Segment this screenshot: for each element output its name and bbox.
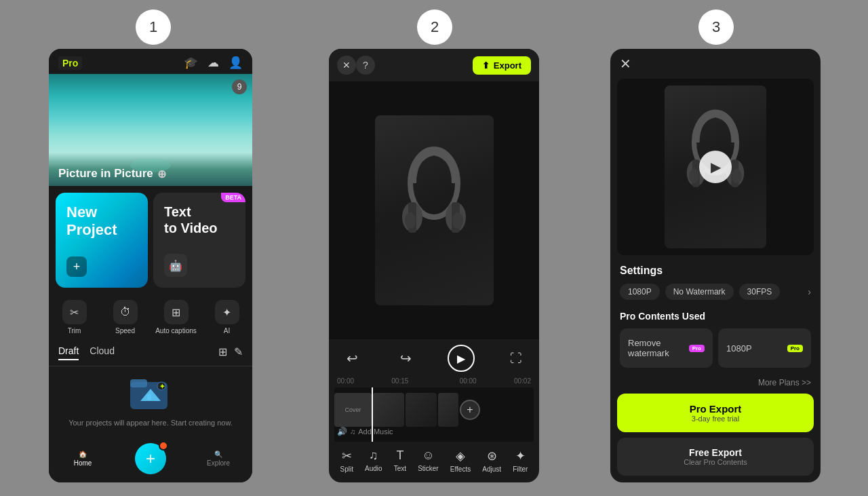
- fps-chip[interactable]: 30FPS: [739, 284, 781, 300]
- volume-track: 🔊 ♫ Add Music: [334, 425, 534, 438]
- phone2-close-button[interactable]: ✕: [337, 56, 356, 75]
- text-to-video-card[interactable]: BETA Textto Video 🤖: [153, 193, 245, 288]
- more-plans-link[interactable]: More Plans >>: [758, 378, 811, 387]
- remove-watermark-item[interactable]: Remove watermark Pro: [620, 328, 713, 368]
- tool-audio[interactable]: ♫ Audio: [365, 449, 382, 473]
- tool-ai[interactable]: ✦ AI: [201, 294, 252, 340]
- tool-filter[interactable]: ✦ Filter: [513, 449, 528, 473]
- timeline-track: Cover +: [334, 393, 534, 427]
- adjust-label: Adjust: [482, 465, 501, 473]
- text-to-video-title: Textto Video: [164, 204, 235, 236]
- draft-cloud-tabs: Draft Cloud ⊞ ✎: [49, 340, 252, 366]
- tool-text[interactable]: T Text: [394, 449, 406, 473]
- phone1-wrapper: Pro 🎓 ☁ 👤 Picture in Picture ⊕ 9 NewProj…: [49, 49, 252, 482]
- tool-sticker[interactable]: ☺ Sticker: [418, 449, 439, 473]
- phone2-bottom-tools: ✂ Split ♫ Audio T Text ☺ Sticker ◈ Effec…: [329, 442, 539, 482]
- pro-export-button[interactable]: Pro Export 3-day free trial: [617, 394, 814, 432]
- clip-cover[interactable]: Cover: [334, 393, 372, 427]
- sticker-label: Sticker: [418, 465, 439, 472]
- nav-center: +: [117, 443, 184, 474]
- free-export-button[interactable]: Free Export Clear Pro Contents: [617, 438, 814, 476]
- phone1-header: Pro 🎓 ☁ 👤: [49, 49, 252, 74]
- tab-draft[interactable]: Draft: [58, 345, 79, 360]
- ai-tool-icon: ✦: [215, 300, 239, 324]
- filter-icon: ✦: [515, 449, 526, 463]
- home-label: Home: [74, 459, 92, 467]
- edit-icon[interactable]: ✎: [234, 345, 243, 360]
- tool-adjust[interactable]: ⊛ Adjust: [482, 449, 501, 473]
- speed-label: Speed: [115, 327, 135, 335]
- grid-icon[interactable]: ⊞: [218, 345, 227, 360]
- clip-thumb-1[interactable]: [373, 393, 404, 427]
- watermark-chip[interactable]: No Watermark: [665, 284, 734, 300]
- tab-actions: ⊞ ✎: [218, 345, 243, 360]
- add-music[interactable]: ♫ Add Music: [350, 427, 393, 436]
- phone3-close-button[interactable]: ✕: [620, 56, 631, 72]
- fullscreen-button[interactable]: ⛶: [504, 346, 528, 370]
- add-button[interactable]: +: [135, 443, 166, 474]
- header-icons: 🎓 ☁ 👤: [184, 56, 243, 70]
- graduation-icon[interactable]: 🎓: [184, 56, 198, 70]
- split-label: Split: [340, 465, 353, 473]
- pro-contents-section: Pro Contents Used Remove watermark Pro 1…: [610, 305, 821, 373]
- svg-point-18: [689, 169, 698, 184]
- playback-controls: ↩ ↪ ▶ ⛶: [329, 339, 539, 377]
- headphones-preview: [375, 115, 494, 305]
- timeline[interactable]: Cover + 🔊 ♫ Add Music: [334, 387, 534, 442]
- folder-icon: ✦: [130, 375, 171, 413]
- tool-split[interactable]: ✂ Split: [340, 449, 353, 473]
- add-music-label: Add Music: [358, 427, 393, 436]
- remove-watermark-label: Remove watermark: [628, 338, 689, 358]
- add-clip-button[interactable]: +: [460, 400, 480, 420]
- tool-trim[interactable]: ✂ Trim: [49, 294, 100, 340]
- new-project-card[interactable]: NewProject +: [56, 193, 148, 288]
- nav-home[interactable]: 🏠 Home: [49, 451, 117, 467]
- phone3-wrapper: ✕ ▶ Settings 1080P: [610, 49, 821, 482]
- phone3-frame: ✕ ▶ Settings 1080P: [610, 49, 821, 482]
- ai-label: AI: [224, 327, 230, 335]
- text-icon: T: [396, 449, 403, 463]
- phone2-frame: ✕ ? ⬆ Export: [329, 49, 539, 482]
- tool-effects[interactable]: ◈ Effects: [450, 449, 471, 473]
- explore-icon: 🔍: [214, 451, 222, 458]
- phone2-help-button[interactable]: ?: [356, 56, 375, 75]
- cloud-icon[interactable]: ☁: [208, 56, 219, 70]
- timeline-bar: 00:00 00:15 00:00 00:02 Cover + 🔊: [329, 377, 539, 442]
- phone1-frame: Pro 🎓 ☁ 👤 Picture in Picture ⊕ 9 NewProj…: [49, 49, 252, 482]
- time-labels: 00:00 00:15 00:00 00:02: [334, 377, 534, 385]
- tab-cloud[interactable]: Cloud: [90, 345, 115, 360]
- export-button[interactable]: ⬆ Export: [473, 56, 531, 75]
- play-button[interactable]: ▶: [448, 345, 475, 372]
- volume-icon: 🔊: [337, 427, 347, 436]
- effects-icon: ◈: [456, 449, 465, 463]
- hero-overlay: Picture in Picture ⊕: [58, 167, 166, 180]
- svg-point-12: [452, 212, 463, 229]
- step-circle-2: 2: [417, 9, 452, 45]
- tool-speed[interactable]: ⏱ Speed: [100, 294, 151, 340]
- new-project-plus[interactable]: +: [66, 256, 87, 277]
- clip-thumb-3[interactable]: [438, 393, 458, 427]
- home-icon: 🏠: [79, 451, 87, 458]
- tool-captions[interactable]: ⊞ Auto captions: [151, 294, 201, 340]
- svg-rect-3: [147, 394, 151, 400]
- clip-thumb-2[interactable]: [406, 393, 437, 427]
- explore-label: Explore: [207, 459, 230, 467]
- svg-text:✦: ✦: [159, 383, 165, 390]
- step-number-2: 2: [431, 18, 439, 36]
- captions-label: Auto captions: [155, 327, 197, 335]
- profile-icon[interactable]: 👤: [229, 56, 243, 70]
- music-note-icon: ♫: [350, 427, 355, 436]
- redo-button[interactable]: ↪: [393, 346, 418, 370]
- ai-icon: 🤖: [164, 254, 187, 277]
- undo-button[interactable]: ↩: [340, 346, 364, 370]
- pro-items-grid: Remove watermark Pro 1080P Pro: [620, 328, 811, 368]
- phone2-header: ✕ ? ⬆ Export: [329, 49, 539, 81]
- settings-arrow-icon[interactable]: ›: [808, 286, 811, 297]
- resolution-1080-item[interactable]: 1080P Pro: [718, 328, 811, 368]
- pro-badge: Pro: [58, 56, 82, 70]
- tools-row: ✂ Trim ⏱ Speed ⊞ Auto captions ✦ AI: [49, 288, 252, 340]
- nav-explore[interactable]: 🔍 Explore: [184, 451, 252, 467]
- time-mid2: 00:02: [514, 377, 531, 385]
- play-overlay-button[interactable]: ▶: [699, 151, 732, 183]
- resolution-chip[interactable]: 1080P: [620, 284, 660, 300]
